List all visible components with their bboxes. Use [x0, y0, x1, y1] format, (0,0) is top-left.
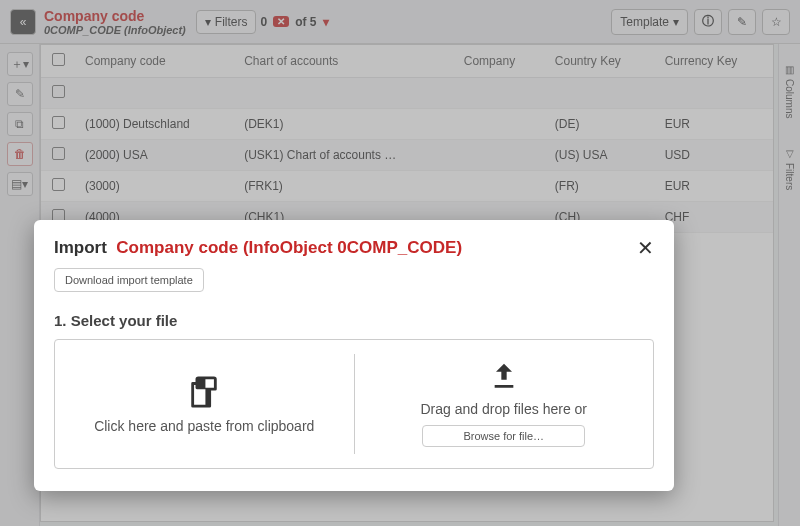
- step-1-heading: 1. Select your file: [54, 312, 654, 329]
- upload-icon: [488, 361, 520, 393]
- import-dropzone: Click here and paste from clipboard Drag…: [54, 339, 654, 469]
- close-button[interactable]: ✕: [637, 238, 654, 258]
- paste-label: Click here and paste from clipboard: [94, 418, 314, 434]
- close-icon: ✕: [637, 237, 654, 259]
- drop-label: Drag and drop files here or: [420, 401, 587, 417]
- modal-title: Import Company code (InfoObject 0COMP_CO…: [54, 238, 462, 258]
- paste-area[interactable]: Click here and paste from clipboard: [55, 340, 354, 468]
- modal-title-object: Company code (InfoObject 0COMP_CODE): [116, 238, 462, 257]
- modal-title-prefix: Import: [54, 238, 107, 257]
- import-modal: Import Company code (InfoObject 0COMP_CO…: [34, 220, 674, 491]
- clipboard-icon: [187, 374, 221, 410]
- drop-area[interactable]: Drag and drop files here or Browse for f…: [355, 340, 654, 468]
- download-template-button[interactable]: Download import template: [54, 268, 204, 292]
- browse-button[interactable]: Browse for file…: [422, 425, 585, 447]
